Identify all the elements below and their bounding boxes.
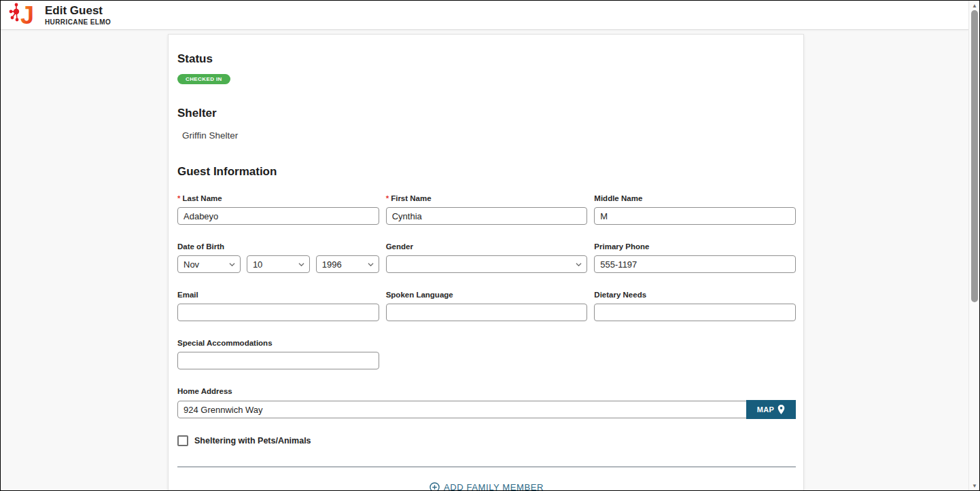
scroll-down-arrow-icon[interactable]: ▼ <box>969 481 980 490</box>
middle-name-input[interactable] <box>594 207 796 225</box>
home-address-label: Home Address <box>177 387 796 395</box>
pets-checkbox-label[interactable]: Sheltering with Pets/Animals <box>194 436 311 445</box>
status-badge: CHECKED IN <box>177 74 230 84</box>
plus-circle-icon <box>430 482 440 491</box>
dob-field: Date of Birth Nov 10 1996 <box>177 242 379 273</box>
section-divider <box>177 467 796 467</box>
last-name-input[interactable] <box>177 207 379 225</box>
scrollbar[interactable]: ▲ ▼ <box>968 1 979 490</box>
special-accommodations-label: Special Accommodations <box>177 339 379 347</box>
required-asterisk: * <box>177 194 180 202</box>
app-logo-icon: J <box>8 1 38 29</box>
app-header: J Edit Guest HURRICANE ELMO <box>0 0 968 30</box>
gender-label: Gender <box>386 242 588 251</box>
middle-name-field: Middle Name <box>594 194 796 225</box>
required-asterisk: * <box>386 194 389 202</box>
guest-info-heading: Guest Information <box>177 165 794 179</box>
spoken-language-input[interactable] <box>386 304 588 321</box>
add-family-member-button[interactable]: ADD FAMILY MEMBER <box>430 482 544 491</box>
chevron-down-icon <box>229 261 235 268</box>
email-field: Email <box>177 291 379 321</box>
shelter-name: Griffin Shelter <box>177 130 794 141</box>
middle-name-label: Middle Name <box>594 194 796 202</box>
spoken-language-label: Spoken Language <box>386 291 588 299</box>
dietary-needs-label: Dietary Needs <box>594 291 796 299</box>
primary-phone-field: Primary Phone <box>594 242 796 273</box>
status-heading: Status <box>177 52 794 66</box>
spoken-language-field: Spoken Language <box>386 291 588 321</box>
email-label: Email <box>177 291 379 299</box>
home-address-field: Home Address MAP <box>177 387 796 419</box>
guest-info-form: *Last Name *First Name Middle Name Date … <box>177 194 796 491</box>
content-card: Status CHECKED IN Shelter Griffin Shelte… <box>168 34 804 491</box>
dob-day-select[interactable]: 10 <box>247 255 310 273</box>
page-subtitle: HURRICANE ELMO <box>45 18 111 26</box>
first-name-input[interactable] <box>386 207 588 225</box>
map-button[interactable]: MAP <box>746 400 796 419</box>
svg-text:J: J <box>20 1 34 29</box>
shelter-heading: Shelter <box>177 107 794 120</box>
pets-checkbox-row: Sheltering with Pets/Animals <box>177 435 796 446</box>
gender-field: Gender <box>386 242 588 273</box>
chevron-down-icon <box>368 261 374 268</box>
last-name-field: *Last Name <box>177 194 379 225</box>
dob-year-select[interactable]: 1996 <box>316 255 379 273</box>
chevron-down-icon <box>576 261 582 268</box>
special-accommodations-input[interactable] <box>177 352 379 369</box>
map-pin-icon <box>777 405 785 414</box>
chevron-down-icon <box>298 261 304 268</box>
scroll-up-arrow-icon[interactable]: ▲ <box>969 1 980 10</box>
last-name-label: *Last Name <box>177 194 379 202</box>
pets-checkbox[interactable] <box>177 435 188 446</box>
primary-phone-label: Primary Phone <box>594 242 796 251</box>
dob-label: Date of Birth <box>177 242 379 251</box>
gender-select[interactable] <box>386 255 588 273</box>
email-input[interactable] <box>177 304 379 321</box>
special-accommodations-field: Special Accommodations <box>177 339 379 369</box>
home-address-input[interactable] <box>177 401 747 418</box>
first-name-label: *First Name <box>386 194 588 202</box>
dob-month-select[interactable]: Nov <box>177 255 241 273</box>
page-title: Edit Guest <box>45 4 111 17</box>
first-name-field: *First Name <box>386 194 588 225</box>
scroll-thumb[interactable] <box>971 10 978 302</box>
dietary-needs-field: Dietary Needs <box>594 291 796 321</box>
dietary-needs-input[interactable] <box>594 304 796 321</box>
primary-phone-input[interactable] <box>594 255 796 273</box>
